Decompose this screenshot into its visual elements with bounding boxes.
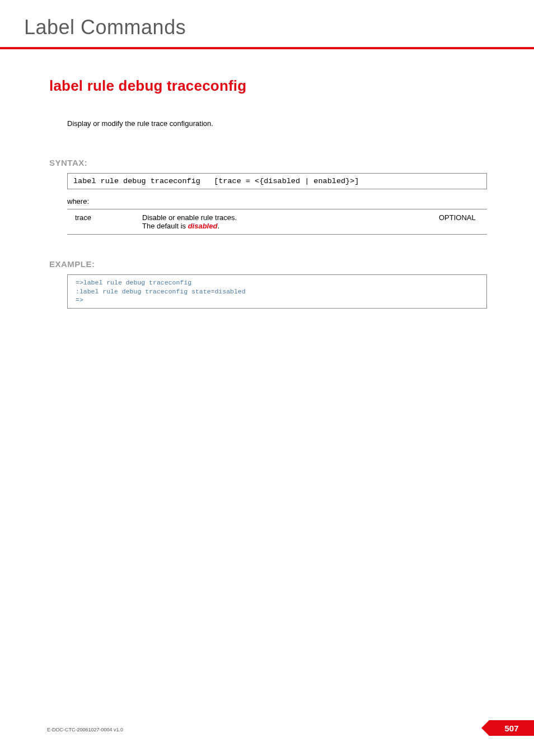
page-number: 507 xyxy=(504,724,518,733)
page-footer: E-DOC-CTC-20061027-0004 v1.0 507 xyxy=(0,720,534,736)
table-row: trace Disable or enable rule traces. The… xyxy=(67,209,487,235)
chapter-title: Label Commands xyxy=(0,0,534,47)
command-title: label rule debug traceconfig xyxy=(49,77,487,95)
param-default-suffix: . xyxy=(217,222,219,230)
param-desc-line1: Disable or enable rule traces. xyxy=(142,213,237,222)
param-requirement: OPTIONAL xyxy=(431,209,487,235)
param-default-value: disabled xyxy=(188,222,218,230)
param-desc: Disable or enable rule traces. The defau… xyxy=(134,209,431,235)
params-table: trace Disable or enable rule traces. The… xyxy=(67,209,487,235)
example-code: =>label rule debug traceconfig :label ru… xyxy=(67,274,487,309)
page-number-badge: 507 xyxy=(489,720,534,736)
syntax-code: label rule debug traceconfig [trace = <{… xyxy=(67,173,487,189)
where-label: where: xyxy=(67,197,487,206)
syntax-label: SYNTAX: xyxy=(49,158,487,167)
command-description: Display or modify the rule trace configu… xyxy=(67,119,487,128)
param-name: trace xyxy=(67,209,134,235)
param-default-prefix: The default is xyxy=(142,222,188,230)
doc-id: E-DOC-CTC-20061027-0004 v1.0 xyxy=(47,727,123,732)
example-label: EXAMPLE: xyxy=(49,259,487,269)
